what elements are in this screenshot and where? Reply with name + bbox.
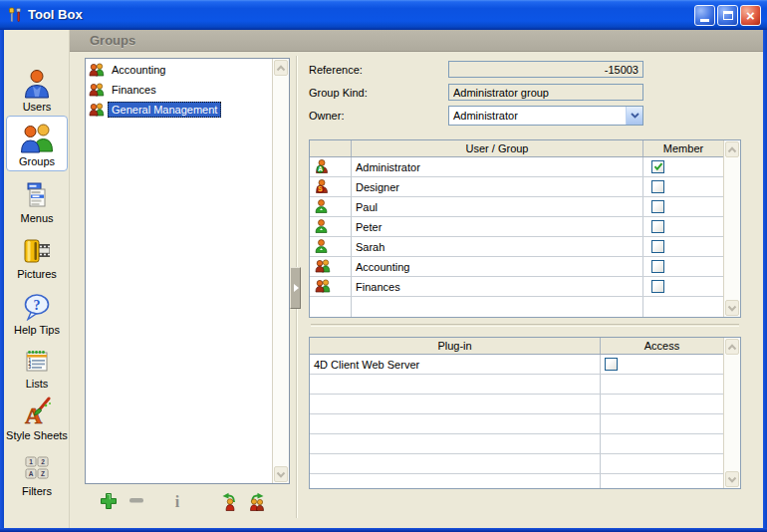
plugin-empty-row	[310, 434, 723, 454]
titlebar[interactable]: Tool Box	[0, 0, 767, 30]
splitter-handle[interactable]	[290, 267, 301, 309]
plugin-row-4d-client-web-server[interactable]: 4D Client Web Server	[310, 355, 723, 375]
sidebar-item-menus[interactable]: Menus	[6, 175, 68, 231]
user-arrow-left-icon	[218, 492, 238, 513]
member-name: Paul	[352, 197, 643, 216]
member-row-administrator[interactable]: AAdministrator	[310, 157, 723, 177]
member-row-peter[interactable]: Peter	[310, 217, 723, 237]
sidebar-item-style-sheets[interactable]: AStyle Sheets	[6, 393, 68, 448]
sidebar-item-label: Help Tips	[6, 324, 68, 336]
plugins-table: Plug-in Access 4D Client Web Server	[309, 337, 741, 489]
users-icon	[6, 67, 68, 100]
sidebar-item-label: Groups	[7, 155, 67, 167]
access-checkbox-4d-client-web-server[interactable]	[605, 358, 618, 371]
sidebar-item-label: Menus	[6, 212, 68, 224]
menus-icon	[6, 178, 68, 211]
window-border-bottom	[0, 528, 767, 532]
scroll-down-button[interactable]	[725, 300, 739, 316]
member-checkbox-accounting[interactable]	[651, 260, 664, 273]
sidebar-item-users[interactable]: Users	[6, 64, 68, 120]
chevron-down-icon[interactable]	[626, 107, 642, 125]
designer-user-icon: S	[315, 179, 329, 195]
reference-field[interactable]	[448, 61, 643, 78]
help-tips-icon: ?	[6, 290, 68, 323]
group-info-button[interactable]: i	[172, 492, 182, 512]
user-icon	[315, 239, 328, 255]
plugin-empty-row	[310, 395, 723, 414]
group-list-item-finances[interactable]: Finances	[86, 80, 272, 100]
sidebar-item-label: Style Sheets	[6, 429, 68, 441]
minimize-button[interactable]	[694, 5, 715, 26]
svg-text:A: A	[29, 470, 34, 477]
admin-user-icon: A	[315, 159, 329, 175]
group-icon	[89, 83, 105, 97]
member-checkbox-paul[interactable]	[651, 200, 664, 213]
user-icon	[315, 199, 328, 215]
sidebar-item-label: Pictures	[6, 268, 68, 280]
add-group-button[interactable]	[100, 492, 118, 512]
member-checkbox-administrator[interactable]	[651, 160, 664, 173]
member-name: Finances	[352, 277, 643, 296]
user-icon	[315, 219, 328, 235]
group-list-item-accounting[interactable]: Accounting	[86, 60, 272, 80]
members-table-scrollbar[interactable]	[723, 140, 740, 317]
scroll-up-button[interactable]	[725, 339, 739, 355]
member-checkbox-peter[interactable]	[651, 220, 664, 233]
groups-list-scrollbar[interactable]	[272, 59, 289, 483]
pictures-icon	[6, 234, 68, 267]
members-table: User / Group Member AAdministratorSDesig…	[309, 139, 741, 318]
member-row-accounting[interactable]: Accounting	[310, 257, 723, 277]
group-icon	[315, 279, 331, 295]
group-icon	[89, 63, 105, 77]
member-row-designer[interactable]: SDesigner	[310, 177, 723, 197]
close-button[interactable]	[740, 5, 761, 26]
section-title: Groups	[70, 30, 763, 52]
member-checkbox-sarah[interactable]	[651, 240, 664, 253]
svg-text:i: i	[175, 493, 180, 510]
owner-select[interactable]: Administrator	[448, 106, 643, 126]
style-sheets-icon: A	[6, 396, 68, 428]
groups-list[interactable]: AccountingFinancesGeneral Management	[85, 58, 290, 484]
member-checkbox-designer[interactable]	[651, 180, 664, 193]
horizontal-splitter[interactable]	[311, 324, 739, 327]
tool-box-window: Tool Box Groups UsersGroupsMenusPictures…	[0, 0, 767, 532]
users-arrow-right-icon	[246, 492, 268, 513]
sidebar-item-groups[interactable]: Groups	[6, 116, 68, 171]
scroll-down-button[interactable]	[725, 471, 739, 487]
group-icon	[89, 103, 105, 117]
maximize-button[interactable]	[717, 5, 738, 26]
sidebar-item-label: Filters	[6, 485, 68, 497]
member-row-sarah[interactable]: Sarah	[310, 237, 723, 257]
sidebar-item-lists[interactable]: 123Lists	[6, 341, 68, 397]
scroll-up-button[interactable]	[725, 141, 739, 157]
plugin-column-header: Plug-in	[310, 338, 601, 354]
group-list-item-label: Accounting	[108, 62, 169, 78]
sidebar-item-label: Lists	[6, 378, 68, 390]
svg-text:A: A	[25, 402, 43, 428]
icon-column-header	[310, 140, 352, 156]
sidebar-item-help-tips[interactable]: ?Help Tips	[6, 287, 68, 343]
group-list-item-label: General Management	[108, 102, 221, 118]
member-row-paul[interactable]: Paul	[310, 197, 723, 217]
scroll-down-button[interactable]	[274, 466, 288, 482]
plus-icon	[100, 492, 118, 512]
delete-group-button[interactable]	[128, 492, 144, 510]
svg-text:S: S	[318, 185, 323, 192]
sidebar: UsersGroupsMenusPictures?Help Tips123Lis…	[4, 30, 70, 528]
scroll-up-button[interactable]	[274, 60, 288, 76]
member-checkbox-finances[interactable]	[651, 280, 664, 293]
sidebar-item-pictures[interactable]: Pictures	[6, 231, 68, 287]
plugins-table-scrollbar[interactable]	[723, 338, 740, 488]
sidebar-item-filters[interactable]: 12AZFilters	[6, 448, 68, 504]
reference-label: Reference:	[309, 64, 363, 76]
svg-text:2: 2	[41, 458, 45, 465]
load-users-groups-button[interactable]	[218, 492, 238, 513]
group-list-item-general-management[interactable]: General Management	[86, 100, 272, 120]
plugin-name: 4D Client Web Server	[310, 355, 601, 374]
maximize-icon	[723, 11, 733, 20]
member-row-finances[interactable]: Finances	[310, 277, 723, 297]
groups-icon	[7, 122, 67, 154]
group-kind-field[interactable]	[448, 84, 643, 101]
plugin-empty-row	[310, 474, 723, 488]
save-users-groups-button[interactable]	[246, 492, 268, 513]
